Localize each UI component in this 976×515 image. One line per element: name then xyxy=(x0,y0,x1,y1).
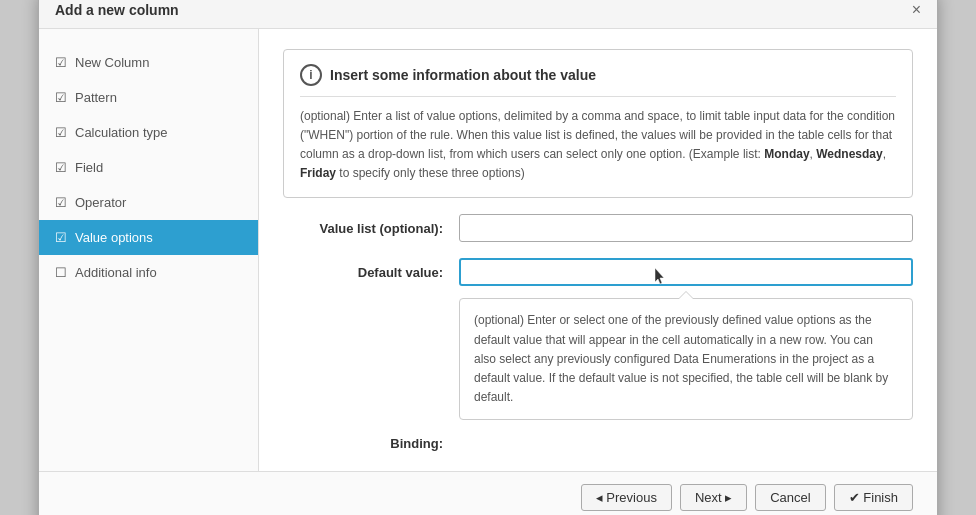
dialog-footer: ◂ Previous Next ▸ Cancel ✔ Finish xyxy=(39,471,937,515)
sidebar-item-label: Operator xyxy=(75,195,126,210)
sidebar-item-label: New Column xyxy=(75,55,149,70)
sidebar-item-calculation-type[interactable]: ☑ Calculation type xyxy=(39,115,258,150)
info-box-title: Insert some information about the value xyxy=(330,67,596,83)
cancel-button[interactable]: Cancel xyxy=(755,484,825,511)
sidebar: ☑ New Column ☑ Pattern ☑ Calculation typ… xyxy=(39,29,259,472)
sidebar-item-additional-info[interactable]: ☐ Additional info xyxy=(39,255,258,290)
check-icon: ☐ xyxy=(55,265,67,280)
main-content: i Insert some information about the valu… xyxy=(259,29,937,472)
check-icon: ☑ xyxy=(55,195,67,210)
tooltip-box: (optional) Enter or select one of the pr… xyxy=(459,298,913,420)
add-column-dialog: Add a new column × ☑ New Column ☑ Patter… xyxy=(38,0,938,515)
info-icon: i xyxy=(300,64,322,86)
next-button[interactable]: Next ▸ xyxy=(680,484,747,511)
sidebar-item-value-options[interactable]: ☑ Value options xyxy=(39,220,258,255)
check-icon: ☑ xyxy=(55,90,67,105)
previous-button[interactable]: ◂ Previous xyxy=(581,484,672,511)
dialog-title: Add a new column xyxy=(55,2,179,18)
cursor-indicator xyxy=(653,266,667,286)
binding-label: Binding: xyxy=(283,436,443,451)
sidebar-item-label: Additional info xyxy=(75,265,157,280)
sidebar-item-field[interactable]: ☑ Field xyxy=(39,150,258,185)
dialog-header: Add a new column × xyxy=(39,0,937,29)
info-box-text: (optional) Enter a list of value options… xyxy=(300,107,896,184)
sidebar-item-label: Value options xyxy=(75,230,153,245)
check-icon: ☑ xyxy=(55,55,67,70)
sidebar-item-label: Calculation type xyxy=(75,125,168,140)
sidebar-item-new-column[interactable]: ☑ New Column xyxy=(39,45,258,80)
tooltip-text: (optional) Enter or select one of the pr… xyxy=(474,313,888,404)
finish-button[interactable]: ✔ Finish xyxy=(834,484,913,511)
default-value-input[interactable] xyxy=(459,258,913,286)
sidebar-item-label: Pattern xyxy=(75,90,117,105)
sidebar-item-operator[interactable]: ☑ Operator xyxy=(39,185,258,220)
check-icon: ☑ xyxy=(55,125,67,140)
value-list-input[interactable] xyxy=(459,214,913,242)
sidebar-item-label: Field xyxy=(75,160,103,175)
value-list-row: Value list (optional): xyxy=(283,214,913,242)
default-value-row: Default value: xyxy=(283,258,913,286)
dialog-body: ☑ New Column ☑ Pattern ☑ Calculation typ… xyxy=(39,29,937,472)
close-button[interactable]: × xyxy=(912,2,921,18)
binding-row: Binding: xyxy=(283,436,913,451)
sidebar-item-pattern[interactable]: ☑ Pattern xyxy=(39,80,258,115)
info-box-header: i Insert some information about the valu… xyxy=(300,64,896,97)
check-icon: ☑ xyxy=(55,230,67,245)
default-value-label: Default value: xyxy=(283,265,443,280)
value-list-label: Value list (optional): xyxy=(283,221,443,236)
check-icon: ☑ xyxy=(55,160,67,175)
info-box: i Insert some information about the valu… xyxy=(283,49,913,199)
